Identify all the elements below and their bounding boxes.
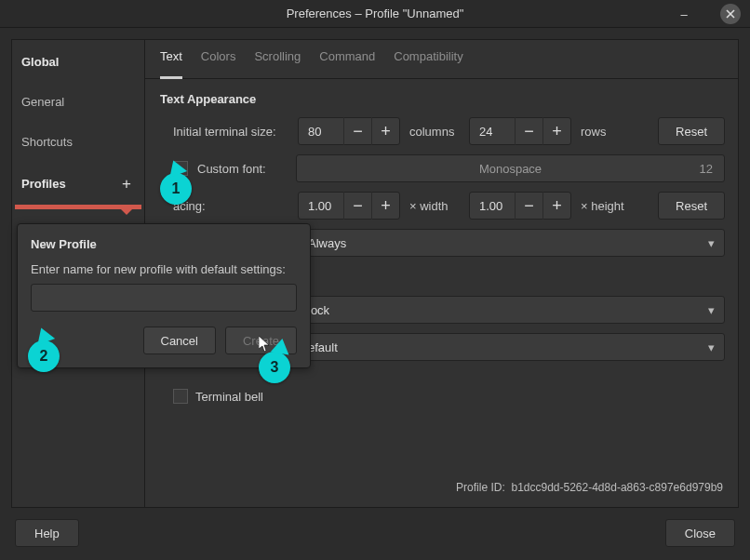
window-close-button[interactable]: [720, 4, 741, 24]
sidebar-active-indicator: [15, 205, 141, 209]
profile-id-label: Profile ID:: [456, 481, 505, 494]
blinking-dropdown[interactable]: Always ▾: [298, 229, 725, 257]
cancel-button[interactable]: Cancel: [143, 327, 216, 354]
close-icon: [725, 8, 736, 20]
profile-name-input[interactable]: [31, 284, 297, 312]
width-decrement[interactable]: −: [343, 192, 371, 220]
width-unit: × width: [409, 199, 460, 213]
cell-spacing-label-partial: acing:: [173, 199, 288, 213]
profile-id-value: b1dcc9dd-5262-4d8d-a863-c897e6d979b9: [511, 481, 723, 494]
tab-bar: Text Colors Scrolling Command Compatibil…: [145, 40, 738, 79]
width-value: 1.00: [299, 199, 343, 213]
rows-increment[interactable]: +: [542, 117, 570, 145]
columns-increment[interactable]: +: [371, 117, 399, 145]
custom-font-button[interactable]: Monospace 12: [296, 154, 725, 182]
terminal-bell-checkbox[interactable]: [173, 389, 188, 404]
tab-compatibility[interactable]: Compatibility: [394, 49, 462, 71]
sidebar-profiles-label: Profiles: [21, 177, 66, 191]
custom-font-label: Custom font:: [197, 162, 287, 176]
cell-spacing-row: acing: 1.00 − + × width 1.00 − + × heigh…: [158, 192, 725, 220]
width-stepper[interactable]: 1.00 − +: [298, 192, 400, 220]
height-increment[interactable]: +: [542, 192, 570, 220]
height-stepper[interactable]: 1.00 − +: [469, 192, 571, 220]
cursor-blink-value-partial: efault: [308, 340, 338, 354]
tab-scrolling[interactable]: Scrolling: [254, 49, 301, 71]
custom-font-name: Monospace: [479, 162, 542, 176]
sidebar-item-general[interactable]: General: [12, 82, 144, 122]
initial-size-reset-button[interactable]: Reset: [658, 117, 725, 145]
annotation-marker-3: 3: [259, 352, 290, 383]
columns-unit: columns: [409, 125, 460, 139]
plus-icon: +: [122, 176, 131, 192]
text-appearance-heading: Text Appearance: [160, 92, 725, 106]
cursor-shape-value-partial: lock: [308, 303, 329, 317]
sidebar-global-label: Global: [12, 40, 144, 82]
initial-size-label: Initial terminal size:: [173, 125, 288, 139]
new-profile-popover: New Profile Enter name for new profile w…: [17, 223, 311, 368]
tab-text[interactable]: Text: [160, 49, 182, 79]
blinking-value: Always: [308, 236, 346, 250]
close-button[interactable]: Close: [665, 519, 735, 547]
rows-unit: rows: [581, 125, 612, 139]
initial-size-row: Initial terminal size: 80 − + columns 24…: [158, 117, 725, 145]
popover-title: New Profile: [31, 237, 297, 251]
rows-value: 24: [470, 125, 515, 139]
terminal-bell-row: Terminal bell: [158, 389, 725, 404]
terminal-bell-label: Terminal bell: [195, 390, 263, 404]
cell-spacing-reset-button[interactable]: Reset: [658, 192, 725, 220]
sidebar-item-shortcuts[interactable]: Shortcuts: [12, 122, 144, 162]
help-button[interactable]: Help: [15, 519, 79, 547]
tab-command[interactable]: Command: [319, 49, 375, 71]
popover-buttons: Cancel Create: [31, 327, 297, 354]
rows-decrement[interactable]: −: [515, 117, 542, 145]
cursor-blink-dropdown[interactable]: efault ▾: [298, 333, 725, 361]
chevron-down-icon: ▾: [708, 303, 715, 317]
width-increment[interactable]: +: [371, 192, 399, 220]
chevron-down-icon: ▾: [708, 236, 715, 250]
add-profile-button[interactable]: +: [118, 175, 135, 192]
annotation-marker-2: 2: [28, 340, 60, 372]
window-title: Preferences – Profile "Unnamed": [287, 7, 464, 20]
window-titlebar: Preferences – Profile "Unnamed" –: [0, 0, 750, 28]
custom-font-size: 12: [700, 162, 713, 176]
profile-id-line: Profile ID: b1dcc9dd-5262-4d8d-a863-c897…: [158, 473, 725, 500]
popover-description: Enter name for new profile with default …: [31, 262, 297, 276]
custom-font-row: Custom font: Monospace 12: [158, 154, 725, 182]
tab-colors[interactable]: Colors: [201, 49, 236, 71]
height-unit: × height: [581, 199, 631, 213]
sidebar-profiles-row: Profiles +: [12, 162, 144, 205]
columns-decrement[interactable]: −: [343, 117, 371, 145]
columns-value: 80: [299, 125, 343, 139]
rows-stepper[interactable]: 24 − +: [469, 117, 571, 145]
cursor-shape-dropdown[interactable]: lock ▾: [298, 296, 725, 324]
height-decrement[interactable]: −: [515, 192, 542, 220]
height-value: 1.00: [470, 199, 515, 213]
bottom-bar: Help Close: [0, 508, 750, 558]
chevron-down-icon: ▾: [708, 340, 715, 354]
columns-stepper[interactable]: 80 − +: [298, 117, 400, 145]
annotation-marker-1: 1: [160, 173, 192, 205]
window-minimize-button[interactable]: –: [674, 4, 694, 24]
